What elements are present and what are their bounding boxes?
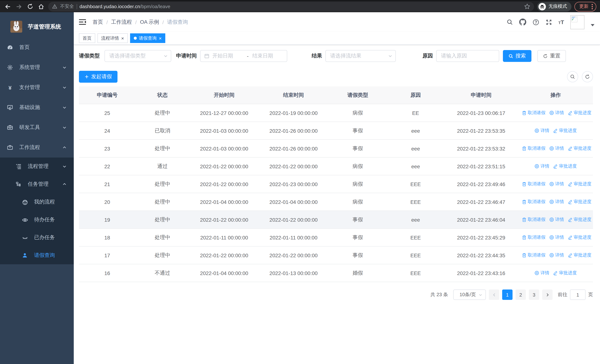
home-icon[interactable] (37, 2, 45, 10)
fullscreen-icon[interactable] (545, 19, 552, 25)
detail-action-link[interactable]: 详情 (534, 270, 549, 276)
apply-time-range-picker[interactable]: 开始日期 - 结束日期 (200, 50, 287, 62)
next-page-icon[interactable] (542, 289, 553, 300)
cell-reason: EEE (387, 175, 444, 193)
avatar[interactable] (570, 15, 584, 29)
sidebar-item-devtools[interactable]: 研发工具 (0, 118, 74, 138)
result-select[interactable]: 请选择流结果 (325, 50, 396, 62)
cancel-action-link[interactable]: 取消请假 (522, 198, 545, 205)
sidebar-item-payment[interactable]: ¥支付管理 (0, 77, 74, 97)
tab-流程详情[interactable]: 流程详情× (97, 33, 128, 43)
progress-action-link[interactable]: 审批进度 (553, 163, 577, 169)
sidebar-item-label: 待办任务 (34, 216, 55, 223)
cancel-action-label: 取消请假 (528, 198, 545, 205)
page-button-2[interactable]: 2 (516, 289, 526, 300)
cell-reason: eee (387, 157, 444, 175)
page-button-3[interactable]: 3 (529, 289, 539, 300)
progress-action-link[interactable]: 审批进度 (568, 198, 591, 205)
progress-action-link[interactable]: 审批进度 (568, 110, 591, 116)
close-icon[interactable]: × (159, 36, 162, 41)
progress-action-link[interactable]: 审批进度 (568, 181, 591, 187)
update-label[interactable]: 更新 (579, 3, 589, 10)
sidebar-item-done-tasks[interactable]: 已办任务 (0, 229, 74, 246)
breadcrumb-item[interactable]: 首页 (93, 19, 103, 25)
page-button-1[interactable]: 1 (502, 289, 513, 300)
cell-actions: 取消请假详情审批进度 (518, 175, 593, 193)
detail-action-label: 详情 (555, 216, 564, 223)
detail-action-link[interactable]: 详情 (549, 181, 564, 187)
tab-请假查询[interactable]: 请假查询× (130, 33, 165, 43)
detail-action-link[interactable]: 详情 (534, 127, 549, 134)
app-title: 芋道管理系统 (28, 23, 61, 30)
hide-search-icon[interactable] (567, 71, 578, 82)
sidebar-item-system[interactable]: 系统管理 (0, 57, 74, 77)
goto-page-input[interactable]: 1 (570, 289, 586, 300)
breadcrumb-item[interactable]: 工作流程 (111, 19, 132, 25)
bookmark-star-icon[interactable] (524, 3, 530, 10)
progress-action-link[interactable]: 审批进度 (553, 270, 577, 276)
progress-action-link[interactable]: 审批进度 (553, 127, 577, 134)
sidebar-toggle-icon[interactable] (79, 19, 86, 25)
detail-action-link[interactable]: 详情 (549, 234, 564, 240)
close-icon[interactable]: × (121, 36, 124, 41)
chevron-down-icon (478, 293, 483, 297)
kebab-menu-icon[interactable] (591, 3, 593, 9)
reset-button[interactable]: 重置 (537, 50, 566, 62)
refresh-table-icon[interactable] (582, 71, 593, 82)
security-warning-icon[interactable] (52, 4, 57, 9)
cancel-action-link[interactable]: 取消请假 (522, 252, 545, 258)
sidebar-item-task-mgmt[interactable]: 任务管理 (0, 175, 74, 193)
browser-menu-button[interactable]: 更新 (574, 2, 596, 11)
prev-page-icon[interactable] (489, 289, 499, 300)
sidebar-item-todo-tasks[interactable]: 待办任务 (0, 211, 74, 229)
sidebar-item-workflow[interactable]: 工作流程 (0, 138, 74, 158)
progress-action-link[interactable]: 审批进度 (568, 234, 591, 240)
leave-type-placeholder: 请选择请假类型 (109, 53, 163, 59)
sidebar-item-my-process[interactable]: 我的流程 (0, 193, 74, 211)
detail-action-link[interactable]: 详情 (549, 145, 564, 151)
cancel-action-link[interactable]: 取消请假 (522, 110, 545, 116)
cell-reason: EEE (387, 229, 444, 246)
progress-action-label: 审批进度 (574, 198, 591, 205)
back-icon[interactable] (4, 2, 12, 10)
leave-type-select[interactable]: 请选择请假类型 (104, 50, 171, 62)
github-icon[interactable] (519, 19, 526, 26)
reason-input[interactable]: 请输入原因 (436, 50, 499, 62)
security-label[interactable]: 不安全 (60, 3, 74, 10)
cancel-action-link[interactable]: 取消请假 (522, 145, 545, 151)
avatar-caret-icon[interactable] (591, 24, 594, 26)
progress-action-link[interactable]: 审批进度 (568, 216, 591, 223)
search-button[interactable]: 搜索 (503, 50, 531, 62)
sidebar-item-infra[interactable]: 基础设施 (0, 97, 74, 118)
create-leave-button[interactable]: 发起请假 (79, 71, 117, 83)
url-text[interactable]: dashboard.yudao.iocoder.cn/bpm/oa/leave (79, 4, 521, 9)
chevron-down-icon (163, 54, 168, 58)
progress-action-label: 审批进度 (574, 145, 591, 151)
header-search-icon[interactable] (506, 19, 513, 25)
detail-action-link[interactable]: 详情 (549, 216, 564, 223)
progress-action-link[interactable]: 审批进度 (568, 252, 591, 258)
cell-start-time: 2022-01-11 00:00:00 (189, 229, 259, 246)
detail-action-link[interactable]: 详情 (534, 163, 549, 169)
sidebar-item-process-mgmt[interactable]: 流程管理 (0, 158, 74, 175)
pagination: 共 23 条 10条/页 123 前往 1 页 (79, 289, 593, 300)
detail-action-link[interactable]: 详情 (549, 252, 564, 258)
detail-action-link[interactable]: 详情 (549, 198, 564, 205)
sidebar-item-home[interactable]: 首页 (0, 37, 74, 57)
cancel-action-link[interactable]: 取消请假 (522, 181, 545, 187)
font-size-icon[interactable]: TT (558, 19, 564, 25)
tab-首页[interactable]: 首页 (79, 33, 95, 43)
breadcrumb-item[interactable]: OA 示例 (140, 19, 159, 25)
cancel-action-link[interactable]: 取消请假 (522, 216, 545, 223)
help-icon[interactable] (532, 19, 539, 25)
page-size-select[interactable]: 10条/页 (453, 289, 486, 300)
address-bar[interactable]: 不安全 dashboard.yudao.iocoder.cn/bpm/oa/le… (48, 2, 534, 11)
progress-action-link[interactable]: 审批进度 (568, 145, 591, 151)
cancel-action-link[interactable]: 取消请假 (522, 234, 545, 240)
reload-icon[interactable] (26, 2, 34, 10)
reason-label: 原因 (422, 53, 433, 59)
yen-icon: ¥ (7, 85, 13, 90)
detail-action-link[interactable]: 详情 (549, 110, 564, 116)
sidebar-item-label: 我的流程 (34, 199, 55, 205)
sidebar-item-leave-query[interactable]: 请假查询 (0, 246, 74, 264)
